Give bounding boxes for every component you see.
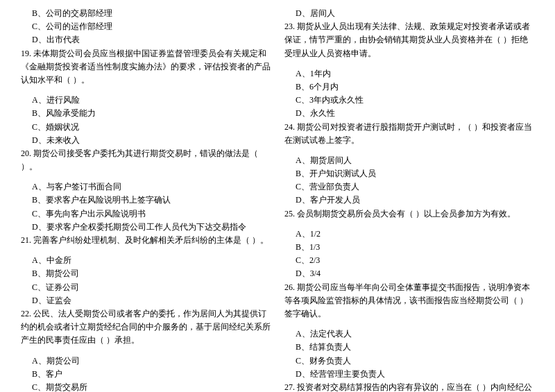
option-text: D、3/4 [284, 267, 534, 280]
option-text: B、风险承受能力 [21, 107, 271, 120]
option-text: D、居间人 [284, 7, 534, 20]
question-block: 19. 未体期货公司会员应当根据中国证券监督管理委员会有关规定和《金融期货投资者… [21, 47, 271, 87]
option-text: A、与客户签订书面合同 [21, 180, 271, 194]
option-text: C、期货交易所 [21, 381, 271, 392]
option-text: A、进行风险 [21, 94, 271, 107]
option-text: C、财务负责人 [284, 355, 534, 368]
question-block: 20. 期货公司接受客户委托为其进行期货交易时，错误的做法是（ ）。 [21, 147, 271, 173]
question-block: 25. 会员制期货交易所会员大会有（ ）以上会员参加方为有效。 [284, 207, 534, 221]
option-text: C、2/3 [284, 254, 534, 267]
option-text: D、经营管理主要负责人 [284, 368, 534, 381]
option-text: D、证监会 [21, 294, 271, 307]
question-block: 23. 期货从业人员出现有关法律、法规、政策规定对投资者承诺或者保证，情节严重的… [284, 20, 534, 60]
question-text: 26. 期货公司应当每半年向公司全体董事提交书面报告，说明净资本等各项风险监管指… [284, 281, 534, 321]
option-text: A、法定代表人 [284, 327, 534, 341]
question-text: 19. 未体期货公司会员应当根据中国证券监督管理委员会有关规定和《金融期货投资者… [21, 47, 271, 87]
option-text: A、1年内 [284, 67, 534, 80]
option-text: C、3年内或永久性 [284, 94, 534, 107]
question-text: 20. 期货公司接受客户委托为其进行期货交易时，错误的做法是（ ）。 [21, 147, 271, 173]
option-text: B、开户知识测试人员 [284, 167, 534, 180]
option-text: D、要求客户全权委托期货公司工作人员代为下达交易指令 [21, 221, 271, 234]
question-text: 27. 投资者对交易结算报告的内容有异议的，应当在（ ）内向经纪公司提出书面异议… [284, 381, 534, 392]
option-text: D、客户开发人员 [284, 194, 534, 207]
option-text: B、期货公司 [21, 267, 271, 280]
right-column: D、居间人23. 期货从业人员出现有关法律、法规、政策规定对投资者承诺或者保证，… [284, 7, 534, 392]
two-column-layout: B、公司的交易部经理C、公司的运作部经理D、出市代表19. 未体期货公司会员应当… [21, 7, 534, 392]
option-text: A、1/2 [284, 228, 534, 241]
question-text: 21. 完善客户纠纷处理机制、及时化解相关矛后纠纷的主体是（ ）。 [21, 234, 271, 247]
question-text: 25. 会员制期货交易所会员大会有（ ）以上会员参加方为有效。 [284, 207, 534, 221]
option-text: C、公司的运作部经理 [21, 20, 271, 33]
option-text: A、中金所 [21, 254, 271, 267]
question-text: 22. 公民、法人受期货公司或者客户的委托，作为居间人为其提供订约的机会或者计立… [21, 307, 271, 348]
option-text: D、出市代表 [21, 33, 271, 46]
option-text: B、1/3 [284, 241, 534, 254]
question-block: 21. 完善客户纠纷处理机制、及时化解相关矛后纠纷的主体是（ ）。 [21, 234, 271, 247]
question-block: 24. 期货公司对投资者进行股指期货开户测试时，（ ）和投资者应当在测试试卷上签… [284, 121, 534, 147]
option-text: C、事先向客户出示风险说明书 [21, 207, 271, 221]
option-text: C、营业部负责人 [284, 180, 534, 194]
question-text: 24. 期货公司对投资者进行股指期货开户测试时，（ ）和投资者应当在测试试卷上签… [284, 121, 534, 147]
option-text: B、客户 [21, 368, 271, 381]
option-text: C、证券公司 [21, 281, 271, 294]
option-text: B、要求客户在风险说明书上签字确认 [21, 194, 271, 207]
left-column: B、公司的交易部经理C、公司的运作部经理D、出市代表19. 未体期货公司会员应当… [21, 7, 271, 392]
option-text: B、结算负责人 [284, 341, 534, 354]
option-text: B、公司的交易部经理 [21, 7, 271, 20]
question-text: 23. 期货从业人员出现有关法律、法规、政策规定对投资者承诺或者保证，情节严重的… [284, 20, 534, 60]
option-text: C、婚姻状况 [21, 121, 271, 134]
option-text: A、期货居间人 [284, 154, 534, 167]
option-text: A、期货公司 [21, 355, 271, 368]
option-text: B、6个月内 [284, 80, 534, 94]
option-text: D、永久性 [284, 107, 534, 120]
question-block: 27. 投资者对交易结算报告的内容有异议的，应当在（ ）内向经纪公司提出书面异议… [284, 381, 534, 392]
question-block: 22. 公民、法人受期货公司或者客户的委托，作为居间人为其提供订约的机会或者计立… [21, 307, 271, 348]
question-block: 26. 期货公司应当每半年向公司全体董事提交书面报告，说明净资本等各项风险监管指… [284, 281, 534, 321]
page-content: B、公司的交易部经理C、公司的运作部经理D、出市代表19. 未体期货公司会员应当… [21, 7, 534, 392]
option-text: D、未来收入 [21, 134, 271, 147]
